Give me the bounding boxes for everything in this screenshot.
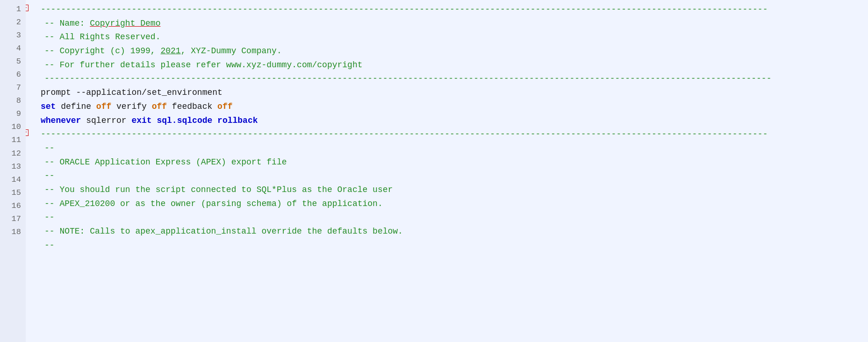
line-number: 8 xyxy=(0,94,26,107)
code-segment: -- You should run the script connected t… xyxy=(44,183,393,197)
code-segment: Copyright Demo xyxy=(90,17,160,31)
code-segment: exit sql.sqlcode rollback xyxy=(131,114,258,128)
editor-container: 123456789101112131415161718 −-----------… xyxy=(0,0,868,342)
code-segment: -- xyxy=(44,142,55,156)
code-segment: -- For further details please refer www.… xyxy=(44,58,363,72)
code-segment: 2021 xyxy=(160,44,180,58)
code-segment: off xyxy=(96,100,111,114)
line-number: 13 xyxy=(0,160,26,173)
code-segment: feedback xyxy=(167,100,217,114)
code-line: -- For further details please refer www.… xyxy=(30,58,868,72)
code-line: -- xyxy=(30,142,868,156)
code-line: -- Name: Copyright Demo xyxy=(30,17,868,31)
code-line: -- You should run the script connected t… xyxy=(30,183,868,197)
code-segment: -- xyxy=(44,211,55,225)
line-number: 6 xyxy=(0,68,26,81)
code-segment: set xyxy=(41,100,56,114)
code-segment: verify xyxy=(111,100,151,114)
code-line: -- Copyright (c) 1999, 2021, XYZ-Dummy C… xyxy=(30,44,868,58)
line-number: 5 xyxy=(0,55,26,68)
code-segment: whenever xyxy=(41,114,81,128)
fold-expand-icon[interactable]: + xyxy=(26,129,29,136)
code-segment: sqlerror xyxy=(81,114,131,128)
code-segment: -- APEX_210200 or as the owner (parsing … xyxy=(44,197,383,211)
line-number: 17 xyxy=(0,213,26,226)
code-line: ----------------------------------------… xyxy=(30,72,868,86)
line-number: 14 xyxy=(0,173,26,186)
line-number: 15 xyxy=(0,186,26,200)
code-segment: off xyxy=(152,100,167,114)
code-segment: prompt --application/set_environment xyxy=(41,86,222,100)
code-segment: -- All Rights Reserved. xyxy=(44,30,160,44)
line-number: 11 xyxy=(0,134,26,147)
line-number: 3 xyxy=(0,29,26,42)
code-line: −---------------------------------------… xyxy=(30,3,868,17)
line-number: 2 xyxy=(0,16,26,29)
code-line: +---------------------------------------… xyxy=(30,128,868,142)
code-segment: -- Copyright (c) 1999, xyxy=(44,44,160,58)
code-line: -- All Rights Reserved. xyxy=(30,30,868,44)
line-number: 10 xyxy=(0,121,26,134)
fold-collapse-icon[interactable]: − xyxy=(26,5,29,11)
line-number: 4 xyxy=(0,42,26,55)
line-number: 18 xyxy=(0,226,26,239)
code-line: -- NOTE: Calls to apex_application_insta… xyxy=(30,225,868,239)
line-number: 9 xyxy=(0,107,26,121)
code-line: whenever sqlerror exit sql.sqlcode rollb… xyxy=(30,114,868,128)
line-number: 16 xyxy=(0,200,26,213)
code-line: prompt --application/set_environment xyxy=(30,86,868,100)
code-segment: ----------------------------------------… xyxy=(41,128,768,142)
code-segment: -- NOTE: Calls to apex_application_insta… xyxy=(44,225,403,239)
line-number: 1 xyxy=(0,3,26,16)
code-segment: off xyxy=(217,100,232,114)
code-line: -- xyxy=(30,239,868,253)
code-line: -- APEX_210200 or as the owner (parsing … xyxy=(30,197,868,211)
line-number: 12 xyxy=(0,147,26,160)
code-segment: -- xyxy=(44,169,55,183)
code-segment: , XYZ-Dummy Company. xyxy=(181,44,282,58)
code-segment: -- xyxy=(44,239,55,253)
code-line: -- ORACLE Application Express (APEX) exp… xyxy=(30,156,868,170)
line-numbers: 123456789101112131415161718 xyxy=(0,0,26,342)
code-area: −---------------------------------------… xyxy=(26,0,868,342)
code-segment: -- Name: xyxy=(44,17,90,31)
code-line: -- xyxy=(30,211,868,225)
code-line: -- xyxy=(30,169,868,183)
code-segment: ----------------------------------------… xyxy=(44,72,771,86)
line-number: 7 xyxy=(0,81,26,94)
code-line: set define off verify off feedback off xyxy=(30,100,868,114)
code-segment: define xyxy=(56,100,96,114)
code-segment: -- ORACLE Application Express (APEX) exp… xyxy=(44,156,287,170)
code-segment: ----------------------------------------… xyxy=(41,3,768,17)
